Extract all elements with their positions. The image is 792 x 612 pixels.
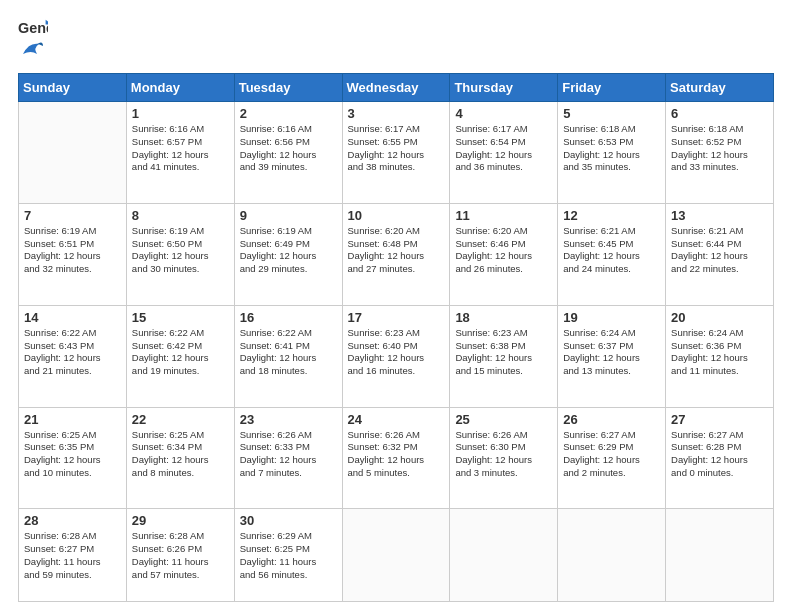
calendar-week-4: 28Sunrise: 6:28 AM Sunset: 6:27 PM Dayli…	[19, 509, 774, 602]
day-number: 20	[671, 310, 768, 325]
page: General SundayMondayTuesdayWednesdayThur…	[0, 0, 792, 612]
day-number: 19	[563, 310, 660, 325]
day-number: 26	[563, 412, 660, 427]
calendar-cell	[666, 509, 774, 602]
day-number: 22	[132, 412, 229, 427]
day-number: 16	[240, 310, 337, 325]
calendar-cell: 13Sunrise: 6:21 AM Sunset: 6:44 PM Dayli…	[666, 203, 774, 305]
calendar-cell: 27Sunrise: 6:27 AM Sunset: 6:28 PM Dayli…	[666, 407, 774, 509]
cell-info: Sunrise: 6:18 AM Sunset: 6:53 PM Dayligh…	[563, 123, 660, 174]
cell-info: Sunrise: 6:22 AM Sunset: 6:41 PM Dayligh…	[240, 327, 337, 378]
day-number: 27	[671, 412, 768, 427]
cell-info: Sunrise: 6:18 AM Sunset: 6:52 PM Dayligh…	[671, 123, 768, 174]
calendar-cell: 14Sunrise: 6:22 AM Sunset: 6:43 PM Dayli…	[19, 305, 127, 407]
calendar-cell: 16Sunrise: 6:22 AM Sunset: 6:41 PM Dayli…	[234, 305, 342, 407]
cell-info: Sunrise: 6:29 AM Sunset: 6:25 PM Dayligh…	[240, 530, 337, 581]
day-number: 24	[348, 412, 445, 427]
day-number: 30	[240, 513, 337, 528]
calendar-cell	[342, 509, 450, 602]
calendar-week-3: 21Sunrise: 6:25 AM Sunset: 6:35 PM Dayli…	[19, 407, 774, 509]
calendar-cell: 3Sunrise: 6:17 AM Sunset: 6:55 PM Daylig…	[342, 102, 450, 204]
calendar-cell: 25Sunrise: 6:26 AM Sunset: 6:30 PM Dayli…	[450, 407, 558, 509]
cell-info: Sunrise: 6:19 AM Sunset: 6:51 PM Dayligh…	[24, 225, 121, 276]
cell-info: Sunrise: 6:21 AM Sunset: 6:45 PM Dayligh…	[563, 225, 660, 276]
calendar-cell: 10Sunrise: 6:20 AM Sunset: 6:48 PM Dayli…	[342, 203, 450, 305]
calendar-cell: 24Sunrise: 6:26 AM Sunset: 6:32 PM Dayli…	[342, 407, 450, 509]
calendar-cell	[558, 509, 666, 602]
cell-info: Sunrise: 6:20 AM Sunset: 6:48 PM Dayligh…	[348, 225, 445, 276]
cell-info: Sunrise: 6:22 AM Sunset: 6:43 PM Dayligh…	[24, 327, 121, 378]
calendar-cell: 20Sunrise: 6:24 AM Sunset: 6:36 PM Dayli…	[666, 305, 774, 407]
day-number: 8	[132, 208, 229, 223]
cell-info: Sunrise: 6:24 AM Sunset: 6:37 PM Dayligh…	[563, 327, 660, 378]
calendar-cell	[19, 102, 127, 204]
day-number: 28	[24, 513, 121, 528]
calendar-cell: 19Sunrise: 6:24 AM Sunset: 6:37 PM Dayli…	[558, 305, 666, 407]
calendar-week-2: 14Sunrise: 6:22 AM Sunset: 6:43 PM Dayli…	[19, 305, 774, 407]
cell-info: Sunrise: 6:22 AM Sunset: 6:42 PM Dayligh…	[132, 327, 229, 378]
day-number: 15	[132, 310, 229, 325]
calendar-week-1: 7Sunrise: 6:19 AM Sunset: 6:51 PM Daylig…	[19, 203, 774, 305]
weekday-header-monday: Monday	[126, 74, 234, 102]
cell-info: Sunrise: 6:28 AM Sunset: 6:27 PM Dayligh…	[24, 530, 121, 581]
day-number: 6	[671, 106, 768, 121]
cell-info: Sunrise: 6:16 AM Sunset: 6:57 PM Dayligh…	[132, 123, 229, 174]
cell-info: Sunrise: 6:17 AM Sunset: 6:55 PM Dayligh…	[348, 123, 445, 174]
calendar-cell: 5Sunrise: 6:18 AM Sunset: 6:53 PM Daylig…	[558, 102, 666, 204]
calendar-cell: 15Sunrise: 6:22 AM Sunset: 6:42 PM Dayli…	[126, 305, 234, 407]
day-number: 25	[455, 412, 552, 427]
weekday-header-thursday: Thursday	[450, 74, 558, 102]
calendar-cell: 1Sunrise: 6:16 AM Sunset: 6:57 PM Daylig…	[126, 102, 234, 204]
bird-icon	[21, 40, 43, 60]
cell-info: Sunrise: 6:24 AM Sunset: 6:36 PM Dayligh…	[671, 327, 768, 378]
cell-info: Sunrise: 6:23 AM Sunset: 6:40 PM Dayligh…	[348, 327, 445, 378]
cell-info: Sunrise: 6:19 AM Sunset: 6:50 PM Dayligh…	[132, 225, 229, 276]
calendar-cell: 30Sunrise: 6:29 AM Sunset: 6:25 PM Dayli…	[234, 509, 342, 602]
weekday-header-friday: Friday	[558, 74, 666, 102]
calendar-cell: 29Sunrise: 6:28 AM Sunset: 6:26 PM Dayli…	[126, 509, 234, 602]
weekday-header-sunday: Sunday	[19, 74, 127, 102]
cell-info: Sunrise: 6:20 AM Sunset: 6:46 PM Dayligh…	[455, 225, 552, 276]
cell-info: Sunrise: 6:17 AM Sunset: 6:54 PM Dayligh…	[455, 123, 552, 174]
header: General	[18, 18, 774, 63]
day-number: 10	[348, 208, 445, 223]
cell-info: Sunrise: 6:26 AM Sunset: 6:32 PM Dayligh…	[348, 429, 445, 480]
day-number: 7	[24, 208, 121, 223]
calendar-cell: 18Sunrise: 6:23 AM Sunset: 6:38 PM Dayli…	[450, 305, 558, 407]
calendar-cell: 6Sunrise: 6:18 AM Sunset: 6:52 PM Daylig…	[666, 102, 774, 204]
calendar-cell: 8Sunrise: 6:19 AM Sunset: 6:50 PM Daylig…	[126, 203, 234, 305]
calendar-cell: 21Sunrise: 6:25 AM Sunset: 6:35 PM Dayli…	[19, 407, 127, 509]
cell-info: Sunrise: 6:19 AM Sunset: 6:49 PM Dayligh…	[240, 225, 337, 276]
cell-info: Sunrise: 6:25 AM Sunset: 6:34 PM Dayligh…	[132, 429, 229, 480]
cell-info: Sunrise: 6:25 AM Sunset: 6:35 PM Dayligh…	[24, 429, 121, 480]
cell-info: Sunrise: 6:26 AM Sunset: 6:30 PM Dayligh…	[455, 429, 552, 480]
day-number: 23	[240, 412, 337, 427]
calendar-cell: 7Sunrise: 6:19 AM Sunset: 6:51 PM Daylig…	[19, 203, 127, 305]
day-number: 9	[240, 208, 337, 223]
calendar-cell: 9Sunrise: 6:19 AM Sunset: 6:49 PM Daylig…	[234, 203, 342, 305]
calendar-cell: 28Sunrise: 6:28 AM Sunset: 6:27 PM Dayli…	[19, 509, 127, 602]
day-number: 29	[132, 513, 229, 528]
day-number: 21	[24, 412, 121, 427]
calendar-week-0: 1Sunrise: 6:16 AM Sunset: 6:57 PM Daylig…	[19, 102, 774, 204]
calendar-table: SundayMondayTuesdayWednesdayThursdayFrid…	[18, 73, 774, 602]
day-number: 11	[455, 208, 552, 223]
day-number: 3	[348, 106, 445, 121]
day-number: 18	[455, 310, 552, 325]
calendar-cell: 17Sunrise: 6:23 AM Sunset: 6:40 PM Dayli…	[342, 305, 450, 407]
calendar-cell: 23Sunrise: 6:26 AM Sunset: 6:33 PM Dayli…	[234, 407, 342, 509]
logo-bird-icon: General	[18, 18, 48, 40]
cell-info: Sunrise: 6:27 AM Sunset: 6:29 PM Dayligh…	[563, 429, 660, 480]
weekday-header-saturday: Saturday	[666, 74, 774, 102]
day-number: 4	[455, 106, 552, 121]
day-number: 17	[348, 310, 445, 325]
calendar-cell: 11Sunrise: 6:20 AM Sunset: 6:46 PM Dayli…	[450, 203, 558, 305]
cell-info: Sunrise: 6:21 AM Sunset: 6:44 PM Dayligh…	[671, 225, 768, 276]
day-number: 12	[563, 208, 660, 223]
day-number: 5	[563, 106, 660, 121]
calendar-cell: 22Sunrise: 6:25 AM Sunset: 6:34 PM Dayli…	[126, 407, 234, 509]
weekday-header-tuesday: Tuesday	[234, 74, 342, 102]
cell-info: Sunrise: 6:27 AM Sunset: 6:28 PM Dayligh…	[671, 429, 768, 480]
cell-info: Sunrise: 6:16 AM Sunset: 6:56 PM Dayligh…	[240, 123, 337, 174]
calendar-cell: 4Sunrise: 6:17 AM Sunset: 6:54 PM Daylig…	[450, 102, 558, 204]
